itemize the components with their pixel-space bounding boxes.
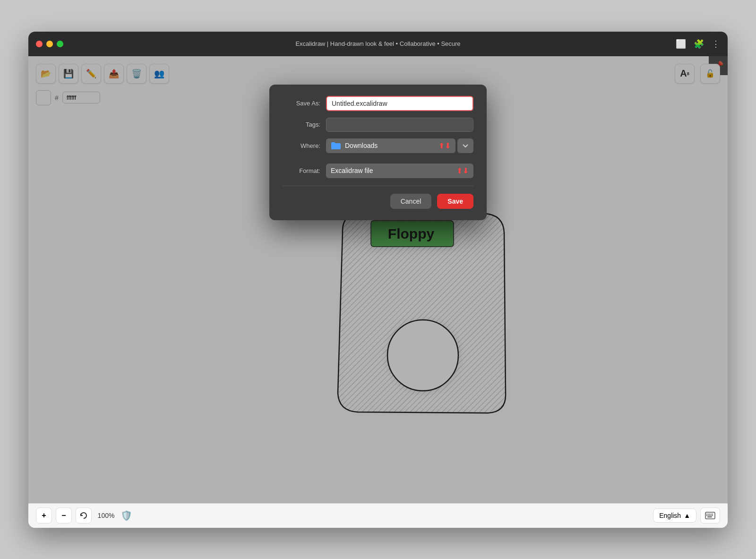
where-expand-button[interactable]	[457, 138, 473, 153]
svg-rect-7	[709, 514, 710, 515]
format-row: Format: Excalidraw file ⬆⬇	[283, 163, 473, 178]
modal-overlay: Save As: Tags: Where:	[28, 56, 728, 503]
dialog-divider	[283, 186, 473, 186]
zoom-reset-button[interactable]	[76, 507, 92, 524]
keyboard-icon	[705, 512, 715, 519]
svg-rect-5	[706, 514, 707, 515]
keyboard-button[interactable]	[700, 507, 720, 524]
window-title: Excalidraw | Hand-drawn look & feel • Co…	[295, 40, 460, 47]
save-button[interactable]: Save	[437, 194, 473, 209]
svg-rect-6	[708, 514, 709, 515]
title-bar-right: ⬜ 🧩 ⋮	[676, 39, 720, 49]
format-updown-icon: ⬆⬇	[456, 166, 469, 175]
tags-input[interactable]	[326, 118, 473, 132]
menu-icon[interactable]: ⋮	[712, 39, 720, 49]
where-row: Where: Downloads ⬆⬇	[283, 138, 473, 153]
zoom-level: 100%	[95, 512, 117, 519]
title-bar: Excalidraw | Hand-drawn look & feel • Co…	[28, 32, 728, 56]
where-value: Downloads	[345, 142, 378, 149]
save-dialog: Save As: Tags: Where:	[269, 85, 487, 220]
format-value: Excalidraw file	[331, 167, 373, 174]
close-button[interactable]	[36, 41, 43, 47]
minimize-button[interactable]	[46, 41, 53, 47]
zoom-in-button[interactable]: +	[36, 507, 52, 524]
canvas-area: 📂 💾 ✏️ 📤 🗑️ 👥 # A8 🔓 📌	[28, 56, 728, 503]
chevron-down-icon	[462, 142, 469, 149]
app-window: Excalidraw | Hand-drawn look & feel • Co…	[28, 32, 728, 528]
reset-icon	[79, 511, 88, 520]
svg-rect-14	[712, 515, 713, 516]
language-label: English	[659, 512, 681, 519]
zoom-out-button[interactable]: −	[56, 507, 72, 524]
bottom-right: English ▲	[653, 507, 720, 524]
where-label: Where:	[283, 142, 320, 149]
language-select[interactable]: English ▲	[653, 508, 696, 523]
save-as-row: Save As:	[283, 96, 473, 111]
tags-row: Tags:	[283, 118, 473, 132]
save-as-label: Save As:	[283, 100, 320, 107]
traffic-lights	[36, 41, 63, 47]
svg-rect-9	[712, 514, 713, 515]
svg-rect-11	[708, 515, 709, 516]
save-as-input[interactable]	[326, 96, 473, 111]
svg-rect-12	[709, 515, 710, 516]
tags-label: Tags:	[283, 121, 320, 128]
dialog-buttons: Cancel Save	[283, 194, 473, 209]
shield-icon: 🛡️	[120, 510, 132, 521]
format-select-wrapper: Excalidraw file ⬆⬇	[326, 163, 473, 178]
folder-icon	[331, 141, 341, 150]
cancel-button[interactable]: Cancel	[390, 194, 432, 209]
share-icon[interactable]: ⬜	[676, 39, 686, 49]
bottom-left: + − 100% 🛡️	[36, 507, 132, 524]
extensions-icon[interactable]: 🧩	[694, 39, 704, 49]
where-dropdown[interactable]: Downloads ⬆⬇	[326, 138, 455, 153]
svg-rect-10	[706, 515, 707, 516]
maximize-button[interactable]	[57, 41, 63, 47]
svg-rect-15	[707, 516, 712, 517]
where-updown-icon: ⬆⬇	[438, 141, 451, 150]
svg-rect-8	[711, 514, 712, 515]
format-dropdown[interactable]: Excalidraw file ⬆⬇	[326, 163, 473, 178]
where-select-wrapper: Downloads ⬆⬇	[326, 138, 473, 153]
format-label: Format:	[283, 167, 320, 174]
language-arrow: ▲	[684, 512, 690, 519]
bottom-toolbar: + − 100% 🛡️ English ▲	[28, 503, 728, 528]
svg-rect-13	[711, 515, 712, 516]
